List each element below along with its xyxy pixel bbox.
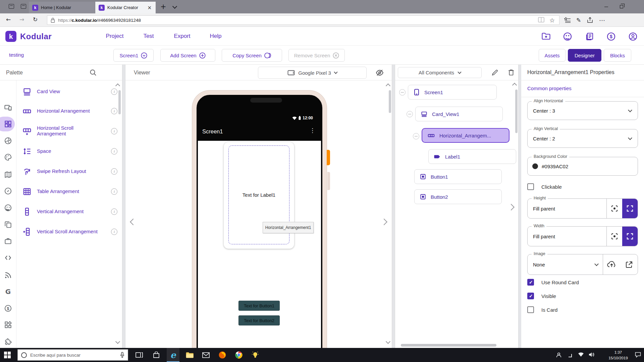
align-vertical-select[interactable]: Align Vertical Center : 2 xyxy=(527,129,638,148)
info-icon[interactable]: i xyxy=(111,128,117,134)
use-round-card-checkbox[interactable] xyxy=(527,279,534,286)
button1-component[interactable]: Text for Button1 xyxy=(238,301,280,311)
rename-component-icon[interactable] xyxy=(492,69,498,76)
palette-item-table-arrangement[interactable]: Table Arrangement i xyxy=(16,182,117,200)
category-google-icon[interactable]: G xyxy=(5,288,11,296)
category-monetization-icon[interactable]: $ xyxy=(4,305,12,312)
microsoft-store-icon[interactable] xyxy=(152,350,161,360)
chrome-icon[interactable] xyxy=(234,350,244,360)
hub-favorites-icon[interactable] xyxy=(564,17,571,23)
annotate-pen-icon[interactable]: ✎ xyxy=(576,17,581,23)
image-field[interactable]: Image None xyxy=(527,254,638,275)
people-tray-icon[interactable] xyxy=(556,352,562,358)
firefox-icon[interactable] xyxy=(218,350,227,360)
clickable-checkbox[interactable] xyxy=(527,183,534,190)
viewer-scrollbar[interactable] xyxy=(389,90,391,113)
category-drawing-icon[interactable] xyxy=(4,154,12,161)
account-icon[interactable] xyxy=(629,32,637,41)
brand-name[interactable]: Kodular xyxy=(20,32,52,41)
use-round-card-checkbox-row[interactable]: Use Round Card xyxy=(527,279,579,286)
file-explorer-icon[interactable] xyxy=(185,350,194,360)
delete-component-icon[interactable] xyxy=(508,69,514,76)
remove-screen-button[interactable]: Remove Screen xyxy=(288,49,345,62)
palette-item-card-view[interactable]: Card View i xyxy=(16,82,117,101)
category-maps-icon[interactable] xyxy=(4,171,12,179)
palette-scrollbar[interactable] xyxy=(118,90,121,114)
share-icon[interactable] xyxy=(587,17,593,23)
open-asset-icon[interactable] xyxy=(621,254,638,275)
lamp-app-icon[interactable] xyxy=(251,350,260,360)
category-layout-icon[interactable] xyxy=(4,120,12,128)
menu-test[interactable]: Test xyxy=(143,33,154,40)
category-sensors-icon[interactable] xyxy=(4,187,12,195)
collapse-components-chevron[interactable] xyxy=(508,204,515,210)
info-icon[interactable]: i xyxy=(111,88,117,95)
components-scroll-up-icon[interactable] xyxy=(512,83,517,87)
palette-scroll-down-icon[interactable] xyxy=(115,339,120,344)
favorite-star-icon[interactable]: ☆ xyxy=(549,17,555,24)
hidden-icons-chevron[interactable] xyxy=(569,354,572,357)
taskbar-search[interactable]: Escribe aquí para buscar xyxy=(17,349,128,361)
search-icon[interactable] xyxy=(90,69,97,76)
visible-checkbox[interactable] xyxy=(527,293,534,299)
tree-item-label1[interactable]: Label1 xyxy=(428,149,516,164)
background-color-field[interactable]: Background Color #0939AC02 xyxy=(527,157,638,176)
components-scrollbar[interactable] xyxy=(515,89,518,133)
info-icon[interactable]: i xyxy=(111,148,117,155)
category-dynamic-components-icon[interactable] xyxy=(4,254,12,262)
collapse-horizontal-arrangement1-icon[interactable] xyxy=(413,133,419,139)
add-screen-button[interactable]: Add Screen xyxy=(160,49,215,62)
category-media-icon[interactable] xyxy=(4,137,12,145)
info-icon[interactable]: i xyxy=(111,188,117,195)
button2-component[interactable]: Text for Button2 xyxy=(238,315,280,325)
restore-button[interactable] xyxy=(614,0,629,13)
close-window-button[interactable] xyxy=(629,0,644,13)
tree-item-button1[interactable]: Button1 xyxy=(414,169,502,184)
assets-button[interactable]: Assets xyxy=(539,49,566,62)
overflow-menu-icon[interactable]: ⋮ xyxy=(310,127,316,134)
collapse-card-view1-icon[interactable] xyxy=(407,111,413,117)
designer-button[interactable]: Designer xyxy=(568,49,601,62)
network-tray-icon[interactable] xyxy=(578,352,584,357)
info-icon[interactable]: i xyxy=(111,108,117,114)
all-components-dropdown[interactable]: All Components xyxy=(398,67,482,78)
device-selector[interactable]: Google Pixel 3 xyxy=(258,67,367,79)
collapse-palette-chevron[interactable] xyxy=(130,219,137,225)
screen-selector-button[interactable]: Screen1 xyxy=(113,49,154,62)
viewer-scroll-down-icon[interactable] xyxy=(386,339,390,344)
menu-export[interactable]: Export xyxy=(174,33,190,40)
blocks-button[interactable]: Blocks xyxy=(604,49,631,62)
category-utilities-icon[interactable] xyxy=(4,221,12,229)
upload-image-icon[interactable] xyxy=(603,254,621,275)
collapse-viewer-chevron[interactable] xyxy=(381,219,387,225)
tree-item-horizontal-arrangement1[interactable]: Horizontal_Arrangem... xyxy=(422,128,509,143)
palette-item-space[interactable]: Space i xyxy=(16,142,117,160)
volume-tray-icon[interactable] xyxy=(589,352,595,357)
edge-browser-icon[interactable]: e xyxy=(168,350,178,360)
tree-item-screen1[interactable]: Screen1 xyxy=(408,85,497,100)
palette-item-vertical-scroll-arrangement[interactable]: Vertical Scroll Arrangement i xyxy=(16,223,117,241)
category-storage-icon[interactable] xyxy=(4,237,12,245)
height-automatic-icon[interactable] xyxy=(607,199,622,218)
new-tab-button[interactable]: + xyxy=(160,3,166,10)
refresh-icon[interactable]: ↻ xyxy=(33,16,38,23)
clickable-checkbox-row[interactable]: Clickable xyxy=(527,183,562,190)
palette-item-vertical-arrangement[interactable]: Vertical Arrangement i xyxy=(16,202,117,221)
tabs-aside-icon[interactable] xyxy=(21,4,26,9)
label1-component[interactable]: Text for Label1 xyxy=(243,192,275,198)
align-horizontal-select[interactable]: Align Horizontal Center : 3 xyxy=(527,101,638,120)
info-icon[interactable]: i xyxy=(111,168,117,175)
category-experimental-icon[interactable] xyxy=(4,321,12,329)
components-horizontal-scrollbar[interactable] xyxy=(401,344,496,347)
is-card-checkbox-row[interactable]: Is Card xyxy=(527,306,557,313)
action-center-icon[interactable] xyxy=(635,352,641,358)
reading-view-icon[interactable] xyxy=(538,17,544,23)
category-user-interface-icon[interactable] xyxy=(4,104,12,112)
mail-icon[interactable] xyxy=(201,350,211,360)
menu-project[interactable]: Project xyxy=(106,33,124,40)
tab-list-icon[interactable] xyxy=(172,4,177,9)
more-menu-icon[interactable]: ⋯ xyxy=(599,17,605,24)
tab-preview-icon[interactable] xyxy=(9,4,14,9)
collapse-screen1-icon[interactable] xyxy=(399,89,406,96)
viewer-scroll-up-icon[interactable] xyxy=(386,83,390,88)
